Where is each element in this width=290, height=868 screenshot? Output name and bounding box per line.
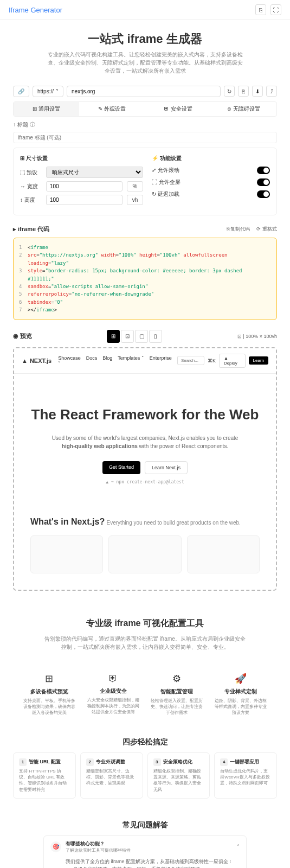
feature-item: ⚙智能配置管理轻松管理嵌入设置、配置历史、快速访问，让您专注责于创作需求: [150, 673, 205, 716]
learn-nextjs-btn[interactable]: Learn Next.js: [145, 461, 188, 474]
step-card: 4一键部署应用自动生成优化代码片，支持WebVR嵌入与多款权设置，特殊文档到网页…: [214, 752, 277, 799]
height-input[interactable]: [46, 195, 123, 205]
size-settings-title: ⊞ 尺寸设置: [20, 155, 143, 162]
protocol-select[interactable]: 🔗: [13, 86, 29, 97]
nextjs-hero-title: The React Framework for the Web: [30, 406, 260, 423]
preset-label: ⬚ 预设: [20, 169, 42, 176]
feature-item: 🚀专业样式定制边距、阴影、背景、外边框等样式微调，内置多种专业预设方案: [213, 673, 268, 716]
height-unit[interactable]: vh: [127, 195, 143, 205]
device-laptop[interactable]: ⊡: [121, 330, 134, 343]
device-phone[interactable]: ▯: [149, 330, 162, 343]
nav-link[interactable]: Showcase: [58, 355, 81, 361]
whats-sub: Everything you need to build great produ…: [107, 520, 241, 526]
feature-icon: 🚀: [213, 673, 268, 685]
preview-title: ◉ 预览: [13, 332, 32, 340]
url-input[interactable]: [67, 86, 221, 97]
expand-icon[interactable]: ⛶: [270, 4, 281, 15]
height-label: ↕ 高度: [20, 196, 42, 204]
preview-frame: ▲ NEXT.js ShowcaseDocsBlogTemplates ˅Ent…: [13, 347, 277, 591]
feature-icon: ⚙: [150, 673, 205, 685]
step-card: 1智能 URL 配置支持 HTTP/HTTPS 协议、自动校验 URL 有效性、…: [13, 752, 76, 799]
device-tablet[interactable]: ▢: [135, 330, 148, 343]
width-unit[interactable]: %: [127, 181, 143, 192]
steps-title: 四步轻松搞定: [0, 726, 290, 752]
tab-2[interactable]: ⛨ 安全设置: [145, 102, 211, 116]
get-started-btn[interactable]: Get Started: [102, 461, 140, 474]
chevron-icon: ˄: [237, 844, 240, 850]
step-card: 3安全策略优化精细化权限控制、精确设置来源、来源策略、剪贴板等行为、确保嵌入安全…: [147, 752, 210, 799]
learn-btn[interactable]: Learn: [249, 356, 268, 365]
feature-item: ⛨企业级安全六大安全权限精细控制，精确控制脚本执行，为您的网站提供全方位安全保障: [86, 673, 141, 716]
feature-card[interactable]: [187, 535, 260, 573]
section-label: ↑ 标题 ⓘ: [13, 121, 277, 129]
nextjs-search[interactable]: [177, 356, 204, 365]
npx-cmd: ▲ ~ npx create-next-app@latest: [30, 480, 260, 484]
nav-link[interactable]: Blog: [102, 355, 112, 361]
toggle[interactable]: [257, 190, 270, 198]
code-box: 1<iframe2 src="https://nextjs.org" width…: [13, 238, 277, 320]
preview-size: ⊡ | 100% × 100vh: [237, 334, 277, 339]
share-icon[interactable]: ⤴: [266, 86, 277, 97]
toggle[interactable]: [257, 167, 270, 174]
hero-subtitle: 专业的嵌入代码可视化构建工具。让您轻松创建完美的嵌入式内容，支持多设备检查、企业…: [48, 50, 243, 75]
feat-section-sub: 告别繁琐的代码编写，通过直观的界面轻松配置 iframe。从响应式布局到企业级安…: [43, 635, 247, 651]
toggle-label: ↻ 延迟加载: [152, 190, 179, 198]
faq-icon: 🎯: [50, 841, 61, 852]
protocol-value[interactable]: https:// ˅: [33, 86, 63, 97]
width-input[interactable]: [46, 181, 123, 192]
code-title: ▸ iframe 代码: [13, 225, 49, 233]
preset-select[interactable]: 响应式尺寸: [46, 167, 143, 178]
feature-item: ⊞多设备模式预览支持桌面、平板、手机等多设备检测与效果，确保内容嵌入各设备均完美: [22, 673, 77, 716]
feature-card[interactable]: [30, 535, 103, 573]
faq-title: 常见问题解答: [0, 809, 290, 835]
feature-card[interactable]: [108, 535, 181, 573]
nav-link[interactable]: Docs: [86, 355, 98, 361]
whats-title: What's in Next.js?: [30, 517, 105, 526]
tab-1[interactable]: ✎ 外观设置: [79, 102, 145, 116]
deploy-btn[interactable]: ▲ Deploy: [219, 354, 246, 368]
iframe-title-input[interactable]: [13, 132, 277, 143]
hero-title: 一站式 iframe 生成器: [43, 31, 247, 47]
toggle-label: ⤢ 允许滚动: [152, 167, 179, 174]
toggle-label: ⛶ 允许全屏: [152, 178, 181, 186]
brand[interactable]: Iframe Generator: [9, 6, 62, 14]
step-card: 2专业外观调整精细定制宽高尺寸、边框、阴影、背景色等视觉样式元素，呈现美观: [80, 752, 143, 799]
copy-code-btn[interactable]: ⎘ 复制代码: [227, 226, 250, 233]
copy-url-icon[interactable]: ⎘: [238, 86, 249, 97]
feat-section-title: 专业级 iframe 可视化配置工具: [43, 618, 247, 629]
nav-link[interactable]: Templates ˅: [118, 355, 144, 361]
nextjs-logo[interactable]: ▲ NEXT.js: [22, 358, 51, 364]
toggle[interactable]: [257, 178, 270, 186]
feature-icon: ⛨: [86, 673, 141, 684]
reformat-btn[interactable]: ⟳ 重格式: [256, 226, 277, 233]
tab-0[interactable]: ⊞ 通用设置: [14, 102, 79, 116]
nextjs-hero-text: Used by some of the world's largest comp…: [30, 434, 260, 450]
feature-icon: ⊞: [22, 673, 77, 685]
device-desktop[interactable]: ⊞: [107, 330, 120, 343]
width-label: ↔ 宽度: [20, 183, 42, 190]
func-settings-title: ⚡ 功能设置: [152, 155, 270, 162]
kbd-shortcut: ⌘K: [208, 358, 216, 363]
copy-icon[interactable]: ⎘: [255, 4, 266, 15]
refresh-icon[interactable]: ↻: [224, 86, 235, 97]
tab-3[interactable]: ⊕ 无障碍设置: [211, 102, 276, 116]
download-icon[interactable]: ⬇: [252, 86, 263, 97]
faq-item[interactable]: 🎯有哪些核心功能？了解这款实时工具可提供哪些特性˄我们提供了全方位的 ifram…: [43, 835, 247, 868]
